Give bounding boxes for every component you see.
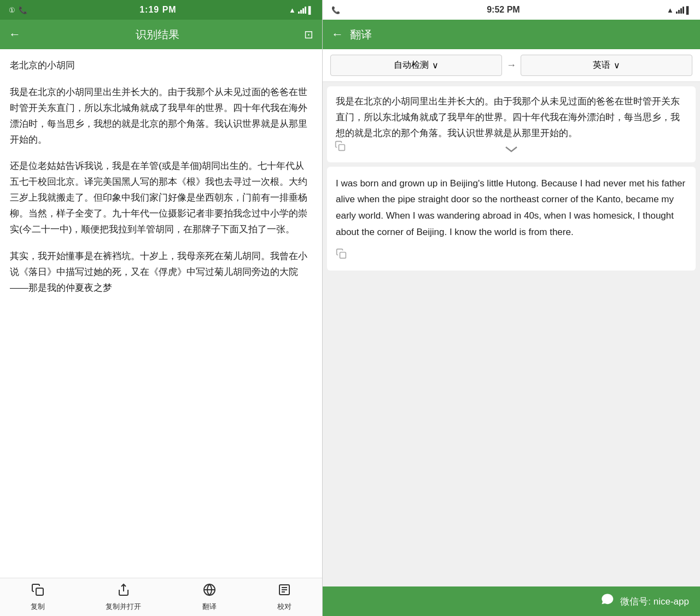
translate-icon: [203, 583, 216, 600]
source-text-content: 我是在北京的小胡同里出生并长大的。由于我那个从未见过面的爸爸在世时管开关东直门，…: [336, 94, 687, 142]
left-back-button[interactable]: ←: [9, 27, 21, 42]
proofread-label: 校对: [277, 602, 291, 612]
translation-copy-icon[interactable]: [336, 246, 687, 265]
translate-label: 翻译: [202, 602, 217, 612]
right-signal-bars: [676, 7, 684, 14]
proofread-icon: [278, 583, 291, 600]
wechat-bar: 微信号: nice-app: [323, 586, 700, 616]
sim-icon: ①: [9, 6, 15, 14]
left-time: 1:19 PM: [139, 5, 176, 15]
left-status-right-icons: ▲ ▌: [289, 6, 313, 14]
wechat-label: 微信号: nice-app: [620, 595, 689, 608]
translate-button[interactable]: 翻译: [202, 583, 217, 612]
battery-icon: ▌: [308, 6, 313, 14]
left-bottom-bar: 复制 复制并打开 翻译: [0, 578, 322, 616]
right-status-left-icons: 📞: [331, 6, 340, 14]
right-phone: 📞 9:52 PM ▲ ▌ ← 翻译 自动检测 ∨ →: [323, 0, 700, 616]
svg-rect-0: [36, 588, 43, 595]
source-text-box: 我是在北京的小胡同里出生并长大的。由于我那个从未见过面的爸爸在世时管开关东直门，…: [327, 86, 696, 162]
right-back-button[interactable]: ←: [331, 27, 343, 42]
direction-arrow-icon: →: [506, 60, 516, 71]
target-language-label: 英语: [593, 60, 610, 71]
copy-label: 复制: [31, 602, 45, 612]
right-status-bar: 📞 9:52 PM ▲ ▌: [323, 0, 700, 20]
signal-bars: [298, 7, 306, 14]
left-phone: ① 📞 1:19 PM ▲ ▌ ← 识别结果 ⊡ 老北京的小胡同 我是在北京的小…: [0, 0, 323, 616]
source-language-label: 自动检测: [394, 60, 429, 71]
right-battery-icon: ▌: [686, 6, 691, 14]
source-copy-icon[interactable]: [335, 138, 346, 157]
paragraph-3: 其实，我开始懂事是在裤裆坑。十岁上，我母亲死在菊儿胡同。我曾在小说《落日》中描写…: [10, 249, 312, 296]
left-status-bar: ① 📞 1:19 PM ▲ ▌: [0, 0, 322, 20]
left-status-left-icons: ① 📞: [9, 6, 27, 14]
proofread-button[interactable]: 校对: [277, 583, 291, 612]
svg-rect-9: [340, 252, 346, 258]
target-chevron-down-icon: ∨: [614, 60, 620, 71]
right-wifi-icon: ▲: [667, 6, 674, 14]
paragraph-2: 还是位老姑姑告诉我说，我是在羊管(或是羊佃)胡同出生的。七十年代从五七干校回北京…: [10, 159, 312, 237]
call-icon: 📞: [19, 6, 27, 14]
right-call-icon: 📞: [331, 6, 340, 14]
wifi-icon: ▲: [289, 6, 296, 14]
expand-button[interactable]: [336, 142, 687, 155]
left-top-bar: ← 识别结果 ⊡: [0, 20, 322, 49]
copy-icon: [31, 583, 44, 600]
copy-button[interactable]: 复制: [31, 583, 45, 612]
copy-open-label: 复制并打开: [106, 602, 141, 612]
translation-text-content: I was born and grown up in Beijing's lit…: [336, 175, 687, 240]
share-icon: [117, 583, 130, 600]
right-main-content: 自动检测 ∨ → 英语 ∨ 我是在北京的小胡同里出生并长大的。由于我那个从未见过…: [323, 49, 700, 586]
left-content-area: 老北京的小胡同 我是在北京的小胡同里出生并长大的。由于我那个从未见过面的爸爸在世…: [0, 49, 322, 578]
right-page-title: 翻译: [350, 27, 372, 42]
target-language-button[interactable]: 英语 ∨: [521, 55, 692, 76]
paragraph-1: 我是在北京的小胡同里出生并长大的。由于我那个从未见过面的爸爸在世时管开关东直门，…: [10, 85, 312, 148]
copy-open-button[interactable]: 复制并打开: [106, 583, 141, 612]
left-page-title: 识别结果: [27, 27, 288, 42]
right-top-bar: ← 翻译: [323, 20, 700, 49]
right-time: 9:52 PM: [487, 5, 520, 15]
svg-rect-8: [339, 144, 345, 150]
paragraph-title: 老北京的小胡同: [10, 58, 312, 74]
right-status-right-icons: ▲ ▌: [667, 6, 691, 14]
language-selector-row: 自动检测 ∨ → 英语 ∨: [323, 49, 700, 82]
source-language-button[interactable]: 自动检测 ∨: [330, 55, 502, 76]
scan-icon[interactable]: ⊡: [304, 28, 313, 41]
translation-box: I was born and grown up in Beijing's lit…: [327, 167, 696, 271]
chevron-down-icon: ∨: [432, 60, 439, 71]
wechat-logo-icon: [600, 592, 616, 611]
